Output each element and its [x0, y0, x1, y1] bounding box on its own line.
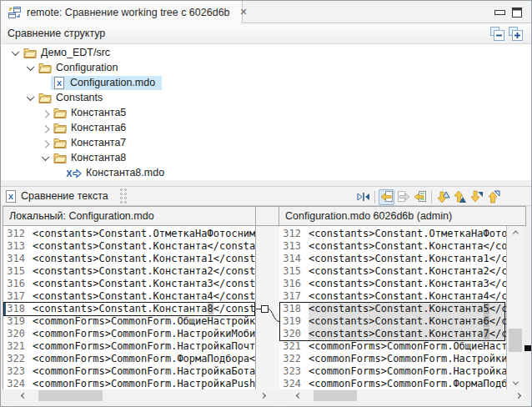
- right-pane-title: Configuration.mdo 6026d6b (admin): [285, 210, 452, 222]
- code-line[interactable]: 316<constants>Constant.Константа3</const: [3, 278, 255, 290]
- tree-item-label: Константа8.mdo: [86, 167, 164, 178]
- next-change-icon[interactable]: [469, 189, 484, 205]
- code-line-changed[interactable]: 319<constants>Constant.Константа6</c: [279, 315, 506, 328]
- code-line[interactable]: 317<constants>Constant.Константа4</const: [3, 290, 255, 303]
- copy-current-right-to-left-icon[interactable]: [412, 189, 428, 205]
- code-line[interactable]: 314<constants>Constant.Константа1</const: [3, 253, 255, 265]
- code-text: <commonForms>CommonForm.НастройкаПочт: [33, 340, 255, 353]
- compare-editor-tab[interactable]: remote: Сравнение working tree с 6026d6b…: [1, 1, 243, 23]
- copy-all-left-to-right-icon[interactable]: [395, 189, 411, 205]
- swap-panes-icon[interactable]: [355, 189, 371, 205]
- code-line[interactable]: 315<constants>Constant.Константа2</const: [3, 265, 255, 278]
- code-line[interactable]: 323<commonForms>CommonForm.НастройкаБота: [3, 365, 255, 378]
- line-number: 322: [279, 353, 301, 365]
- code-line[interactable]: 319<commonForms>CommonForm.ОбщиеНастройк: [3, 315, 255, 328]
- scroll-down-icon[interactable]: [507, 377, 524, 389]
- chevron-right-icon[interactable]: [38, 125, 53, 131]
- scroll-up-icon[interactable]: [507, 226, 524, 239]
- code-line[interactable]: 324<commonForms>CommonForm.ФормаПодб: [279, 378, 506, 389]
- tree-item-configuration-mdo[interactable]: X Configuration.mdo: [1, 75, 531, 90]
- toolbar-separator: [431, 191, 432, 204]
- right-pane-header: Configuration.mdo 6026d6b (admin): [279, 206, 526, 226]
- scroll-right-icon[interactable]: [512, 389, 524, 402]
- code-line-changed[interactable]: 320<constants>Constant.Константа7</c: [279, 328, 506, 340]
- code-line[interactable]: 322<commonForms>CommonForm.Настройки: [279, 353, 506, 365]
- tree-item-constants[interactable]: Constants: [1, 90, 531, 105]
- chevron-right-icon[interactable]: [38, 140, 53, 146]
- vertical-scrollbar[interactable]: [506, 226, 523, 389]
- code-text: <commonForms>CommonForm.Настройки: [309, 353, 506, 365]
- scroll-left-icon[interactable]: [18, 389, 30, 402]
- structure-tree: Демо_EDT/src Configuration X Configurati…: [1, 44, 531, 180]
- code-line[interactable]: 312<constants>Constant.ОтметкаНаФотосним: [3, 228, 255, 240]
- code-line[interactable]: 320<commonForms>CommonForm.НастройкиМоби: [3, 328, 255, 340]
- chevron-down-icon[interactable]: [38, 155, 53, 161]
- code-text: <constants>Constant.Константа3</const: [33, 278, 255, 290]
- left-horizontal-scrollbar[interactable]: [18, 389, 269, 402]
- code-line[interactable]: 314<constants>Constant.Константа1</c: [279, 253, 506, 265]
- code-line[interactable]: 313<constants>Constant.Константа</consta: [3, 240, 255, 253]
- code-text: <constants>Constant.ОтметкаНаФото: [309, 228, 506, 240]
- code-line[interactable]: 312<constants>Constant.ОтметкаНаФото: [279, 228, 506, 240]
- collapse-all-icon[interactable]: [490, 27, 504, 41]
- previous-change-icon[interactable]: [485, 189, 501, 205]
- change-marker[interactable]: [524, 345, 531, 351]
- toolbar-grip[interactable]: [120, 188, 127, 204]
- code-line-changed[interactable]: 318<constants>Constant.Константа5</c: [279, 303, 506, 315]
- code-line[interactable]: 321<commonForms>CommonForm.ОбщиеНаст: [279, 340, 506, 353]
- left-code-pane[interactable]: 312<constants>Constant.ОтметкаНаФотосним…: [3, 226, 256, 389]
- xml-file-icon: X: [52, 77, 67, 89]
- code-line[interactable]: 316<constants>Constant.Константа3</c: [279, 278, 506, 290]
- line-number: 324: [3, 378, 25, 389]
- right-code-pane[interactable]: 312<constants>Constant.ОтметкаНаФото 313…: [279, 226, 506, 389]
- structure-compare-header: Сравнение структур: [1, 23, 531, 44]
- scroll-left-icon[interactable]: [293, 389, 305, 402]
- code-text: <commonForms>CommonForm.Настройка: [309, 365, 506, 378]
- line-number: 313: [3, 240, 25, 253]
- code-text: <constants>Constant.Константа2</c: [309, 265, 506, 278]
- overview-ruler[interactable]: [524, 226, 532, 403]
- compare-editor-window: remote: Сравнение working tree с 6026d6b…: [0, 0, 532, 407]
- tree-item-configuration[interactable]: Configuration: [1, 60, 531, 75]
- code-line[interactable]: 322<commonForms>CommonForm.ФормаПодбора<: [3, 353, 255, 365]
- next-difference-icon[interactable]: [435, 189, 451, 205]
- word-diff-highlight: 7: [484, 328, 489, 339]
- text-compare-header: X Сравнение текста: [1, 186, 531, 206]
- code-line[interactable]: 317<constants>Constant.Константа4</c: [279, 290, 506, 303]
- horizontal-scrollbar-thumb[interactable]: [38, 390, 103, 401]
- code-line[interactable]: 324<commonForms>CommonForm.НастройкаPush: [3, 378, 255, 389]
- tree-item-demo-edt-src[interactable]: Демо_EDT/src: [1, 45, 531, 60]
- chevron-down-icon[interactable]: [23, 65, 38, 71]
- tree-item-konstanta8-mdo[interactable]: X Константа8.mdo: [1, 165, 531, 180]
- tab-close-icon[interactable]: ✕: [240, 7, 248, 18]
- code-text: <commonForms>CommonForm.ФормаПодб: [309, 378, 506, 389]
- tree-item-konstanta6[interactable]: Константа6: [1, 120, 531, 135]
- code-text: <constants>Constant.Константа8</const: [33, 303, 255, 315]
- previous-difference-icon[interactable]: [452, 189, 468, 205]
- code-line-current-change[interactable]: 318<constants>Constant.Константа8</const: [3, 303, 255, 315]
- right-horizontal-scrollbar[interactable]: [293, 389, 524, 402]
- minimize-icon[interactable]: [493, 7, 506, 18]
- chevron-right-icon[interactable]: [38, 110, 53, 116]
- copy-all-right-to-left-icon[interactable]: [379, 189, 394, 205]
- chevron-down-icon[interactable]: [8, 50, 23, 56]
- tree-item-label: Constants: [56, 92, 103, 103]
- horizontal-scrollbar-thumb[interactable]: [314, 390, 357, 401]
- svg-text:X: X: [8, 193, 13, 201]
- tree-item-konstanta7[interactable]: Константа7: [1, 135, 531, 150]
- folder-icon: [53, 153, 68, 163]
- expand-all-icon[interactable]: [509, 27, 523, 41]
- code-line[interactable]: 313<constants>Constant.Константа</co: [279, 240, 506, 253]
- tree-item-konstanta8[interactable]: Константа8: [1, 150, 531, 165]
- code-line[interactable]: 323<commonForms>CommonForm.Настройка: [279, 365, 506, 378]
- chevron-down-icon[interactable]: [23, 95, 38, 101]
- line-number: 320: [279, 328, 301, 340]
- line-number: 313: [279, 240, 301, 253]
- tree-item-konstanta5[interactable]: Константа5: [1, 105, 531, 120]
- code-line[interactable]: 321<commonForms>CommonForm.НастройкаПочт: [3, 340, 255, 353]
- code-line[interactable]: 315<constants>Constant.Константа2</c: [279, 265, 506, 278]
- maximize-icon[interactable]: [510, 7, 524, 18]
- vertical-scrollbar-thumb[interactable]: [509, 329, 522, 352]
- scroll-right-icon[interactable]: [257, 389, 269, 402]
- line-number: 312: [3, 228, 25, 240]
